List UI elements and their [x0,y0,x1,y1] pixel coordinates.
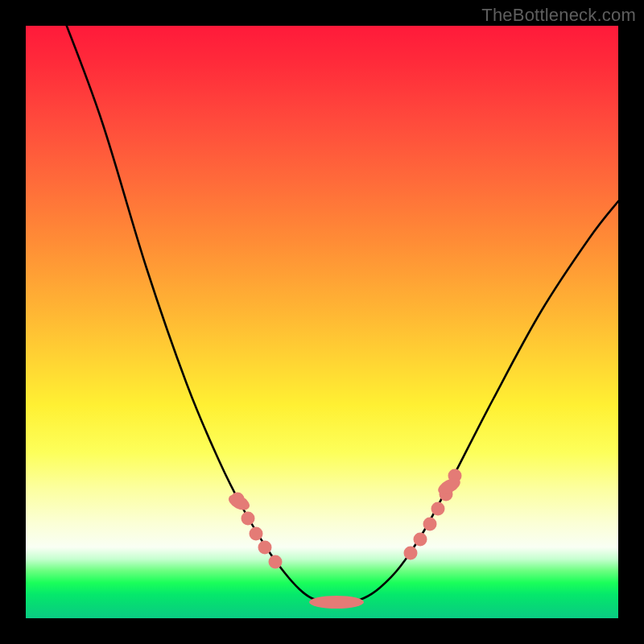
bottleneck-curve-svg [26,26,618,618]
bottleneck-curve [64,26,618,603]
curve-marker [269,555,283,569]
watermark-text: TheBottleneck.com [481,5,636,26]
curve-marker [250,527,263,541]
curve-marker [414,533,427,547]
plot-area [26,26,618,618]
curve-marker [423,518,437,531]
curve-marker [431,502,445,516]
curve-marker [258,541,272,555]
curve-marker [404,547,418,560]
curve-marker [242,512,255,526]
chart-container: TheBottleneck.com [0,0,644,644]
bottom-capsule-marker [309,596,364,609]
